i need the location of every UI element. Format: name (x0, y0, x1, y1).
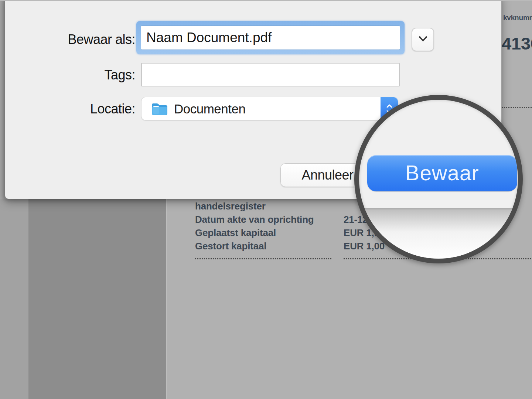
folder-icon (151, 102, 167, 116)
magnifier-circle: Bewaar (354, 95, 523, 263)
tags-label: Tags: (5, 67, 135, 83)
document-divider-left (195, 258, 331, 259)
document-row-label: handelsregister (195, 200, 314, 213)
document-row-label: Gestort kapitaal (195, 239, 314, 253)
document-label-column: handelsregister Datum akte van oprichtin… (195, 200, 314, 253)
kvk-number-value: 41300 (502, 34, 532, 53)
chevron-down-icon (417, 35, 429, 44)
chevron-up-icon (386, 104, 393, 108)
location-label: Locatie: (5, 101, 135, 117)
save-button[interactable]: Bewaar (367, 155, 517, 191)
cancel-button[interactable]: Annuleer (280, 163, 364, 187)
filename-field-focus-ring (136, 21, 405, 54)
document-row-label: Datum akte van oprichting (195, 213, 314, 226)
location-value: Documenten (174, 97, 245, 121)
location-popup[interactable]: Documenten (141, 97, 398, 120)
document-row-label: Geplaatst kapitaal (195, 226, 314, 239)
backdrop-left-lower-band (0, 199, 28, 399)
document-divider-top-right (502, 107, 532, 108)
expand-dialog-button[interactable] (412, 28, 434, 51)
save-as-label: Bewaar als: (5, 31, 135, 48)
filename-input[interactable] (141, 25, 400, 50)
top-crop-line (0, 0, 532, 1)
tags-input[interactable] (141, 63, 400, 86)
screenshot-root: handelsregister Datum akte van oprichtin… (0, 0, 532, 399)
kvk-number-label: kvknummer (503, 11, 532, 24)
backdrop-left-band (0, 0, 5, 199)
document-sidebar-column (28, 199, 167, 399)
